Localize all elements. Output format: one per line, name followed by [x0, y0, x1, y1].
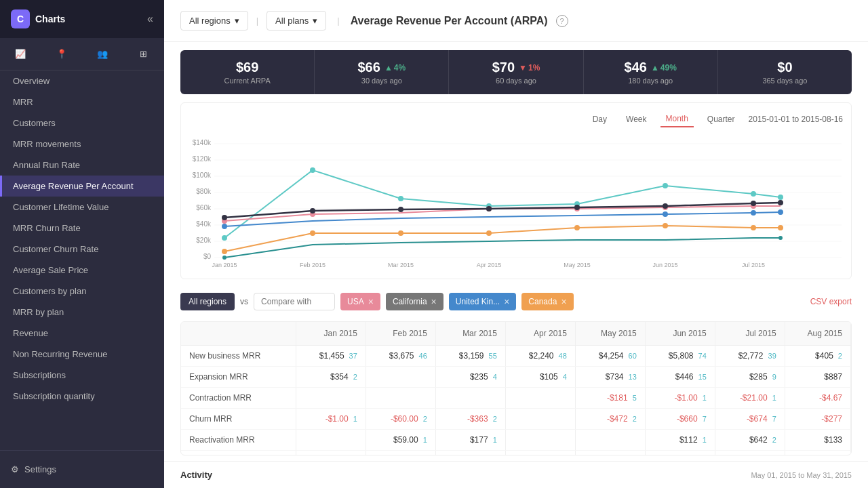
- page-title: Average Revenue Per Account (ARPA): [351, 15, 548, 27]
- sidebar-item-non-recurring-revenue[interactable]: Non Recurring Revenue: [0, 344, 164, 365]
- time-btn-week[interactable]: Week: [620, 112, 652, 127]
- table-row: Expansion MRR$354 2$235 4$105 4$734 13$4…: [181, 367, 851, 388]
- stat-30days: $66 ▲ 4% 30 days ago: [315, 50, 449, 94]
- count-badge: 7: [701, 415, 707, 423]
- main-content: All regions ▾ | All plans ▾ | Average Re…: [164, 0, 868, 488]
- tag-california-close[interactable]: ×: [431, 296, 437, 307]
- logo-icon: C: [11, 9, 30, 28]
- count-badge: 2: [351, 373, 357, 381]
- table-cell: $3,675 46: [366, 346, 435, 367]
- line-teal-dark: [224, 238, 781, 258]
- stat-180days-trend: ▲ 49%: [651, 63, 677, 73]
- table-cell: [366, 367, 435, 388]
- svg-point-41: [778, 225, 783, 230]
- count-badge: 48: [557, 352, 567, 360]
- compare-input[interactable]: [254, 293, 335, 310]
- table-cell: [575, 430, 645, 451]
- sidebar-item-revenue[interactable]: Revenue: [0, 323, 164, 344]
- table-cell: -$181 5: [575, 388, 645, 409]
- sidebar-item-mrr-churn[interactable]: MRR Churn Rate: [0, 218, 164, 239]
- x-label-jul: Jul 2015: [742, 262, 765, 268]
- sidebar-item-mrr-movements[interactable]: MRR movements: [0, 134, 164, 155]
- stat-365days: $0 365 days ago: [718, 50, 852, 94]
- chart-container: Day Week Month Quarter 2015-01-01 to 201…: [180, 102, 852, 279]
- svg-point-24: [398, 207, 403, 212]
- sidebar-item-avg-sale-price[interactable]: Average Sale Price: [0, 260, 164, 281]
- stat-current-value: $69: [236, 60, 258, 75]
- col-feb: Feb 2015: [366, 322, 435, 346]
- sidebar-item-overview[interactable]: Overview: [0, 70, 164, 92]
- plans-filter-button[interactable]: All plans ▾: [267, 11, 326, 30]
- sidebar-item-customers[interactable]: Customers: [0, 113, 164, 134]
- table-cell: -$674 7: [715, 409, 785, 430]
- x-label-feb: Feb 2015: [300, 262, 326, 268]
- stat-180days-label: 180 days ago: [589, 77, 712, 85]
- activity-bar: Activity May 01, 2015 to May 31, 2015: [164, 461, 868, 488]
- table-cell: -$472 2: [575, 409, 645, 430]
- svg-point-28: [751, 201, 756, 206]
- table-cell: $133: [785, 430, 850, 451]
- svg-point-27: [663, 203, 668, 209]
- tag-canada-label: Canada: [528, 297, 557, 306]
- sidebar-item-clv[interactable]: Customer Lifetime Value: [0, 197, 164, 218]
- svg-point-31: [663, 211, 668, 217]
- sidebar-item-annual-run-rate[interactable]: Annual Run Rate: [0, 155, 164, 176]
- time-btn-month[interactable]: Month: [660, 111, 694, 127]
- svg-point-42: [222, 256, 226, 260]
- count-badge: 4: [561, 373, 567, 381]
- csv-export-link[interactable]: CSV export: [810, 297, 852, 306]
- table-cell: $1,455 37: [296, 346, 366, 367]
- nav-icon-grid[interactable]: ⊞: [123, 43, 165, 64]
- count-badge: 2: [770, 436, 776, 444]
- row-label: Reactivation MRR: [181, 430, 296, 451]
- table-cell: $235 4: [435, 367, 505, 388]
- svg-point-38: [574, 225, 580, 230]
- sidebar-item-arpa[interactable]: Average Revenue Per Account: [0, 176, 164, 197]
- time-btn-day[interactable]: Day: [587, 112, 612, 127]
- stat-60days-value: $70: [492, 60, 515, 75]
- nav-icon-chart[interactable]: 📈: [0, 43, 41, 64]
- settings-nav-item[interactable]: ⚙ Settings: [11, 459, 153, 480]
- nav-icon-users[interactable]: 👥: [82, 43, 123, 64]
- nav-icon-location[interactable]: 📍: [41, 43, 83, 64]
- x-label-apr: Apr 2015: [477, 262, 502, 268]
- sidebar-item-mrr[interactable]: MRR: [0, 92, 164, 113]
- tag-uk-close[interactable]: ×: [504, 296, 509, 307]
- row-label: New business MRR: [181, 346, 296, 367]
- sidebar-item-mrr-by-plan[interactable]: MRR by plan: [0, 302, 164, 323]
- y-label-20k: $20k: [196, 237, 212, 244]
- row-label: Expansion MRR: [181, 367, 296, 388]
- tag-canada-close[interactable]: ×: [561, 296, 566, 307]
- sidebar-item-customers-by-plan[interactable]: Customers by plan: [0, 281, 164, 302]
- x-label-may: May 2015: [564, 262, 591, 268]
- row-label: Contraction MRR: [181, 388, 296, 409]
- table-body: New business MRR$1,455 37$3,675 46$3,159…: [181, 346, 851, 456]
- svg-point-30: [222, 224, 227, 229]
- page-header: All regions ▾ | All plans ▾ | Average Re…: [164, 0, 868, 42]
- regions-filter-button[interactable]: All regions ▾: [180, 11, 248, 30]
- sidebar-title: Charts: [35, 14, 147, 24]
- tag-usa: USA ×: [340, 293, 380, 310]
- title-separator: |: [337, 16, 339, 26]
- x-label-jun: Jun 2015: [652, 262, 677, 268]
- plans-dropdown-icon: ▾: [313, 16, 317, 26]
- sidebar-item-subscription-quantity[interactable]: Subscription quantity: [0, 386, 164, 407]
- time-btn-quarter[interactable]: Quarter: [702, 112, 741, 127]
- col-mar: Mar 2015: [435, 322, 505, 346]
- stat-current-label: Current ARPA: [186, 77, 309, 85]
- table-cell: -$1.00 1: [645, 388, 715, 409]
- svg-point-33: [778, 209, 783, 215]
- mrr-table: Jan 2015 Feb 2015 Mar 2015 Apr 2015 May …: [181, 322, 851, 455]
- tag-usa-close[interactable]: ×: [368, 296, 374, 307]
- col-label: [181, 322, 296, 346]
- stat-365days-value: $0: [777, 60, 792, 75]
- sidebar-item-subscriptions[interactable]: Subscriptions: [0, 365, 164, 386]
- stat-365days-label: 365 days ago: [724, 77, 846, 85]
- svg-point-43: [778, 236, 783, 240]
- help-icon[interactable]: ?: [556, 15, 568, 27]
- all-regions-button[interactable]: All regions: [180, 293, 235, 310]
- sidebar-item-customer-churn-rate[interactable]: Customer Churn Rate: [0, 239, 164, 260]
- sidebar-collapse-button[interactable]: «: [147, 13, 153, 25]
- svg-point-29: [778, 200, 783, 205]
- table-cell: [366, 388, 435, 409]
